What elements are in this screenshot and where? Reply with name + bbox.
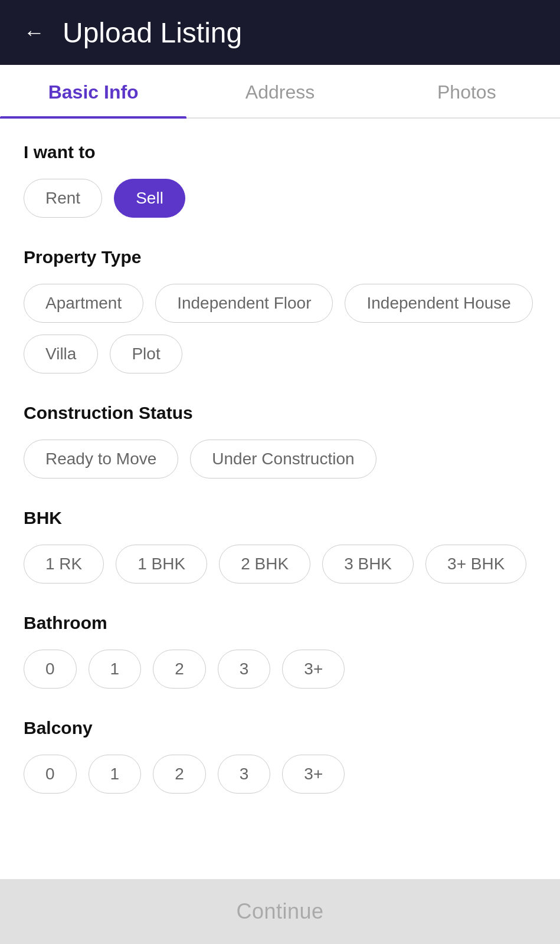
option-bath-3[interactable]: 3	[218, 650, 271, 689]
option-plot[interactable]: Plot	[110, 335, 182, 373]
option-independent-floor[interactable]: Independent Floor	[155, 284, 333, 323]
bhk-section: BHK 1 RK 1 BHK 2 BHK 3 BHK 3+ BHK	[24, 508, 536, 584]
option-bath-0[interactable]: 0	[24, 650, 77, 689]
property-type-label: Property Type	[24, 247, 536, 267]
option-3bhk[interactable]: 3 BHK	[322, 545, 414, 584]
option-2bhk[interactable]: 2 BHK	[219, 545, 310, 584]
construction-status-section: Construction Status Ready to Move Under …	[24, 403, 536, 478]
i-want-to-label: I want to	[24, 142, 536, 162]
option-3plus-bhk[interactable]: 3+ BHK	[425, 545, 526, 584]
option-rent[interactable]: Rent	[24, 179, 102, 218]
balcony-label: Balcony	[24, 718, 536, 738]
construction-status-label: Construction Status	[24, 403, 536, 423]
option-bath-1[interactable]: 1	[89, 650, 142, 689]
option-apartment[interactable]: Apartment	[24, 284, 143, 323]
tabs-bar: Basic Info Address Photos	[0, 65, 560, 119]
option-bath-2[interactable]: 2	[153, 650, 206, 689]
balcony-options: 0 1 2 3 3+	[24, 755, 536, 794]
option-bath-3plus[interactable]: 3+	[282, 650, 345, 689]
option-bal-2[interactable]: 2	[153, 755, 206, 794]
tab-address[interactable]: Address	[186, 65, 373, 117]
option-1rk[interactable]: 1 RK	[24, 545, 104, 584]
tab-photos[interactable]: Photos	[374, 65, 560, 117]
back-button[interactable]: ←	[24, 22, 45, 43]
balcony-section: Balcony 0 1 2 3 3+	[24, 718, 536, 794]
main-content: I want to Rent Sell Property Type Apartm…	[0, 119, 560, 917]
i-want-to-options: Rent Sell	[24, 179, 536, 218]
option-ready-to-move[interactable]: Ready to Move	[24, 440, 178, 478]
construction-status-options: Ready to Move Under Construction	[24, 440, 536, 478]
page-title: Upload Listing	[63, 17, 242, 49]
bhk-options: 1 RK 1 BHK 2 BHK 3 BHK 3+ BHK	[24, 545, 536, 584]
tab-basic-info[interactable]: Basic Info	[0, 65, 186, 117]
option-villa[interactable]: Villa	[24, 335, 98, 373]
i-want-to-section: I want to Rent Sell	[24, 142, 536, 218]
option-bal-0[interactable]: 0	[24, 755, 77, 794]
option-bal-3[interactable]: 3	[218, 755, 271, 794]
option-sell[interactable]: Sell	[114, 179, 185, 218]
property-type-options: Apartment Independent Floor Independent …	[24, 284, 536, 373]
bhk-label: BHK	[24, 508, 536, 528]
option-bal-3plus[interactable]: 3+	[282, 755, 345, 794]
option-bal-1[interactable]: 1	[89, 755, 142, 794]
continue-button[interactable]: Continue	[0, 879, 560, 944]
bathroom-options: 0 1 2 3 3+	[24, 650, 536, 689]
option-independent-house[interactable]: Independent House	[345, 284, 532, 323]
option-1bhk[interactable]: 1 BHK	[116, 545, 207, 584]
property-type-section: Property Type Apartment Independent Floo…	[24, 247, 536, 373]
option-under-construction[interactable]: Under Construction	[190, 440, 376, 478]
bathroom-section: Bathroom 0 1 2 3 3+	[24, 613, 536, 689]
bathroom-label: Bathroom	[24, 613, 536, 633]
header: ← Upload Listing	[0, 0, 560, 65]
